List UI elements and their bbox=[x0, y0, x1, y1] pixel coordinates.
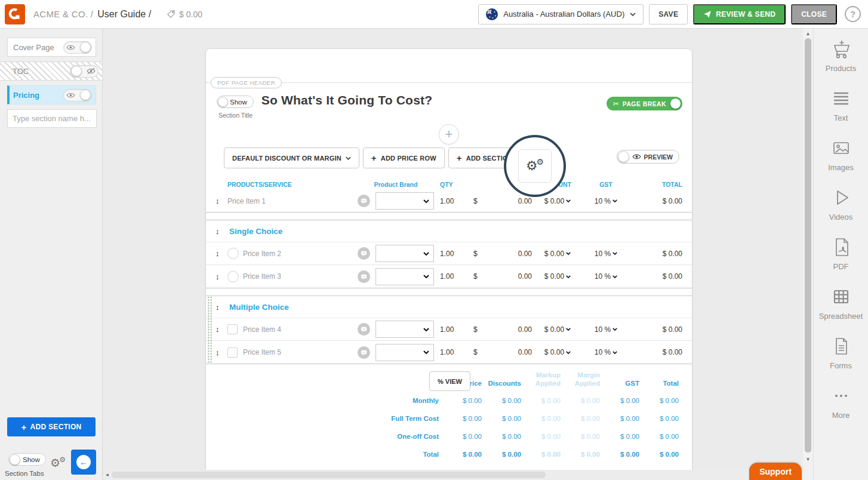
toolbox-item-text[interactable]: Text bbox=[814, 88, 868, 138]
price-item-name-input[interactable]: Price Item 3 bbox=[243, 272, 358, 281]
toolbox-item-spreadsheet[interactable]: Spreadsheet bbox=[814, 287, 868, 336]
gst-select[interactable]: 10 % bbox=[581, 348, 631, 356]
save-button[interactable]: SAVE bbox=[649, 4, 688, 24]
toolbox-item-pdf[interactable]: PDF bbox=[814, 237, 868, 287]
qty-input[interactable]: 1.00 bbox=[434, 325, 471, 334]
drag-handle-icon[interactable]: ↕ bbox=[216, 196, 227, 205]
cart-plus-icon bbox=[830, 39, 852, 59]
amount-input[interactable]: 0.00 bbox=[518, 250, 532, 258]
qty-input[interactable]: 1.00 bbox=[434, 197, 471, 205]
chevron-down-icon bbox=[423, 350, 429, 354]
discount-select[interactable]: $ 0.00 bbox=[534, 325, 581, 334]
price-item-name-input[interactable]: Price Item 1 bbox=[227, 197, 358, 205]
amount-input[interactable]: 0.00 bbox=[518, 197, 532, 205]
checkbox[interactable] bbox=[227, 347, 238, 358]
gst-select[interactable]: 10 % bbox=[581, 250, 631, 258]
add-content-button[interactable]: + bbox=[439, 124, 459, 144]
toolbox-item-videos[interactable]: Videos bbox=[814, 187, 868, 237]
pdf-header-divider: PDF PAGE HEADER bbox=[206, 82, 692, 83]
product-brand-select[interactable] bbox=[375, 344, 434, 361]
collapse-sidebar-button[interactable]: ← bbox=[71, 450, 96, 475]
scroll-up-icon[interactable]: ▲ bbox=[803, 29, 813, 38]
visibility-toggle[interactable] bbox=[70, 65, 99, 78]
group-heading[interactable]: Multiple Choice bbox=[229, 303, 289, 312]
ellipsis-icon bbox=[831, 386, 851, 406]
support-button[interactable]: Support bbox=[749, 463, 802, 480]
preview-toggle[interactable]: PREVIEW bbox=[617, 150, 679, 164]
scroll-left-icon[interactable]: ◄ bbox=[103, 472, 112, 478]
discount-select[interactable]: $ 0.00 bbox=[534, 197, 581, 205]
percent-view-button[interactable]: % VIEW bbox=[429, 371, 470, 391]
horizontal-scrollbar[interactable]: ◄ bbox=[103, 470, 803, 480]
default-discount-dropdown[interactable]: DEFAULT DISCOUNT OR MARGIN bbox=[224, 147, 359, 168]
gst-select[interactable]: 10 % bbox=[581, 272, 631, 281]
review-send-button[interactable]: REVIEW & SEND bbox=[693, 4, 786, 24]
add-price-row-button[interactable]: + ADD PRICE ROW bbox=[363, 147, 445, 168]
product-brand-select[interactable] bbox=[375, 321, 434, 338]
checkbox[interactable] bbox=[227, 324, 238, 334]
close-button[interactable]: CLOSE bbox=[791, 4, 837, 24]
visibility-toggle[interactable] bbox=[63, 41, 92, 54]
drag-handle-icon[interactable]: ↕ bbox=[216, 249, 227, 258]
drag-handle-icon[interactable]: ↕ bbox=[216, 272, 227, 281]
pricing-settings-button[interactable]: ⚙⚙ bbox=[518, 149, 552, 183]
visibility-toggle[interactable] bbox=[63, 89, 92, 101]
section-tabs-toggle[interactable]: Show bbox=[8, 453, 46, 466]
help-icon[interactable]: ? bbox=[845, 6, 861, 22]
qty-input[interactable]: 1.00 bbox=[434, 272, 471, 281]
currency-symbol: $ bbox=[473, 250, 478, 258]
qty-input[interactable]: 1.00 bbox=[434, 348, 471, 356]
vertical-scrollbar[interactable]: ▲ ▼ bbox=[803, 29, 813, 480]
comment-icon[interactable] bbox=[358, 323, 375, 336]
comment-icon[interactable] bbox=[358, 270, 375, 283]
topbar-actions: Australia - Australian Dollars (AUD) SAV… bbox=[478, 4, 861, 24]
drag-handle-icon[interactable]: ↕ bbox=[216, 303, 227, 312]
product-brand-select[interactable] bbox=[375, 192, 434, 210]
eye-icon bbox=[632, 153, 641, 160]
gst-select[interactable]: 10 % bbox=[581, 325, 631, 334]
price-item-name-input[interactable]: Price Item 5 bbox=[243, 348, 358, 356]
add-section-button[interactable]: + ADD SECTION bbox=[7, 417, 96, 436]
discount-select[interactable]: $ 0.00 bbox=[534, 250, 581, 258]
toolbox-item-forms[interactable]: Forms bbox=[814, 336, 868, 386]
price-item-name-input[interactable]: Price Item 2 bbox=[243, 250, 358, 258]
document-title[interactable]: User Guide / bbox=[97, 9, 151, 20]
pdf-page-header-pill[interactable]: PDF PAGE HEADER bbox=[211, 77, 282, 88]
comment-icon[interactable] bbox=[358, 195, 375, 207]
radio-button[interactable] bbox=[227, 248, 239, 259]
app-logo-icon[interactable] bbox=[5, 4, 25, 24]
scroll-down-icon[interactable]: ▼ bbox=[803, 455, 813, 464]
new-section-name-input[interactable] bbox=[7, 109, 97, 128]
drag-handle-icon[interactable]: ↕ bbox=[216, 227, 227, 236]
section-title[interactable]: So What's It Going To Cost? bbox=[261, 93, 432, 107]
group-heading[interactable]: Single Choice bbox=[229, 227, 282, 236]
sidebar-item-cover-page[interactable]: Cover Page bbox=[7, 38, 96, 57]
drag-handle-icon[interactable]: ↕ bbox=[216, 325, 227, 334]
toolbox-item-images[interactable]: Images bbox=[814, 138, 868, 187]
toolbox-item-more[interactable]: More bbox=[814, 386, 868, 435]
section-title-show-toggle[interactable]: Show bbox=[217, 96, 254, 108]
amount-input[interactable]: 0.00 bbox=[518, 348, 532, 356]
amount-input[interactable]: 0.00 bbox=[518, 272, 532, 281]
price-item-name-input[interactable]: Price Item 4 bbox=[243, 325, 358, 334]
discount-select[interactable]: $ 0.00 bbox=[534, 348, 581, 356]
eye-icon bbox=[66, 44, 75, 51]
section-settings-gear-icon[interactable]: ⚙⚙ bbox=[50, 456, 66, 470]
product-brand-select[interactable] bbox=[375, 245, 434, 262]
toolbox-item-products[interactable]: Products bbox=[814, 39, 868, 88]
currency-selector[interactable]: Australia - Australian Dollars (AUD) bbox=[478, 4, 644, 24]
comment-icon[interactable] bbox=[358, 346, 375, 359]
product-brand-select[interactable] bbox=[375, 268, 434, 285]
gst-select[interactable]: 10 % bbox=[581, 197, 631, 205]
page-break-toggle[interactable]: ✂ PAGE BREAK bbox=[607, 97, 682, 110]
qty-input[interactable]: 1.00 bbox=[434, 250, 471, 258]
sidebar-item-toc[interactable]: TOC bbox=[0, 61, 102, 81]
tag-icon bbox=[167, 10, 176, 19]
sidebar-item-pricing[interactable]: Pricing bbox=[7, 85, 96, 104]
comment-icon[interactable] bbox=[358, 247, 375, 260]
radio-button[interactable] bbox=[227, 271, 239, 282]
drag-handle-icon[interactable]: ↕ bbox=[216, 348, 227, 357]
amount-input[interactable]: 0.00 bbox=[518, 325, 532, 334]
discount-select[interactable]: $ 0.00 bbox=[534, 272, 581, 281]
section-title-caption: Section Title bbox=[218, 112, 254, 119]
